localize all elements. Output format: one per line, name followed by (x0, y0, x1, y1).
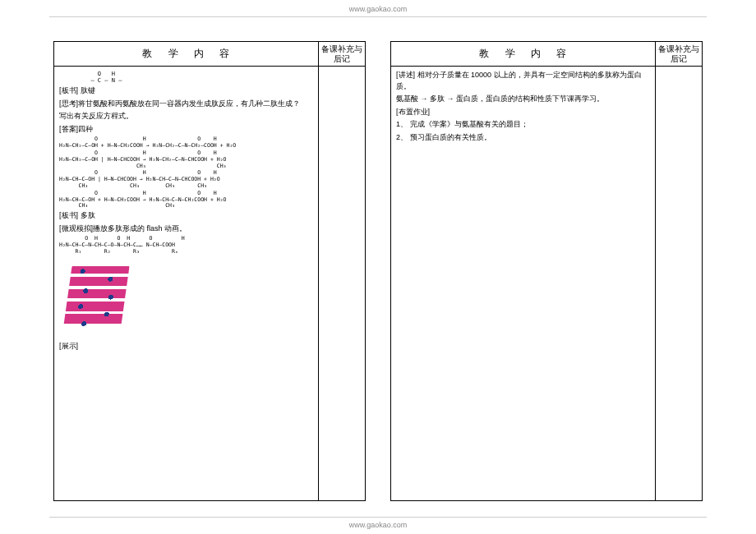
text-lecture: [讲述] 相对分子质量在 10000 以上的，并具有一定空间结构的多肽称为蛋白质… (396, 70, 650, 92)
text-display: [展示] (59, 341, 313, 352)
text-homework-header: [布置作业] (396, 107, 650, 118)
note-header-label-r: 备课补充与后记 (656, 42, 702, 66)
left-content: O H — C — N — [板书] 肽键 [思考]将甘氨酸和丙氨酸放在同一容器… (54, 67, 319, 500)
right-notes-column (656, 67, 702, 500)
display-row (59, 256, 313, 341)
peptide-bond-structure: O H — C — N — (84, 71, 313, 84)
protein-helix-image (62, 260, 130, 338)
page-right: 教 学 内 容 备课补充与后记 [讲述] 相对分子质量在 10000 以上的，并… (390, 41, 703, 501)
right-content: [讲述] 相对分子质量在 10000 以上的，并具有一定空间结构的多肽称为蛋白质… (391, 67, 656, 500)
equation-2: O H O H H₂N—CH₂—C—OH | H—N—CHCOOH → H₂N—… (59, 150, 313, 169)
content-header-label: 教 学 内 容 (54, 42, 319, 66)
text-amino-chain: 氨基酸 → 多肽 → 蛋白质，蛋白质的结构和性质下节课再学习。 (396, 94, 650, 105)
page-right-header: 教 学 内 容 备课补充与后记 (391, 42, 702, 67)
text-thinking: [思考]将甘氨酸和丙氨酸放在同一容器内发生成肽反应，有几种二肽生成？ (59, 99, 313, 110)
content-header-label-r: 教 学 内 容 (391, 42, 656, 66)
equation-1: O H O H H₂N—CH₂—C—OH + H—N—CH₂COOH → H₂N… (59, 136, 313, 150)
left-notes-column (319, 67, 365, 500)
text-thinking-2: 写出有关反应方程式。 (59, 111, 313, 122)
text-homework-2: 2、 预习蛋白质的有关性质。 (396, 132, 650, 144)
text-homework-1: 1、 完成《学案》与氨基酸有关的题目； (396, 119, 650, 131)
text-answer: [答案]四种 (59, 124, 313, 136)
polypeptide-structure: O H O H O H H₂N—CH—C—N—CH—C—O—N—CH—C…… N… (59, 236, 313, 255)
note-header-label: 备课补充与后记 (319, 42, 365, 66)
page-left-body: O H — C — N — [板书] 肽键 [思考]将甘氨酸和丙氨酸放在同一容器… (54, 67, 365, 500)
text-micro-sim: [微观模拟]播放多肽形成的 flash 动画。 (59, 223, 313, 235)
page-right-body: [讲述] 相对分子质量在 10000 以上的，并具有一定空间结构的多肽称为蛋白质… (391, 67, 702, 500)
equation-3: O H O H H₂N—CH—C—OH | H—N—CHCOOH → H₂N—C… (59, 170, 313, 189)
page-left: 教 学 内 容 备课补充与后记 O H — C — N — [板书] 肽键 [思… (53, 41, 366, 501)
top-divider (49, 16, 707, 17)
text-banshu-polypeptide: [板书] 多肽 (59, 210, 313, 222)
bottom-divider (49, 517, 707, 518)
text-banshu-peptide: [板书] 肽键 (59, 85, 313, 97)
equation-4: O H O H H₂N—CH—C—OH + H—N—CH₂COOH → H₂N—… (59, 191, 313, 209)
footer-url: www.gaokao.com (349, 521, 408, 529)
pages-container: 教 学 内 容 备课补充与后记 O H — C — N — [板书] 肽键 [思… (53, 41, 703, 501)
page-left-header: 教 学 内 容 备课补充与后记 (54, 42, 365, 67)
header-url: www.gaokao.com (349, 5, 408, 13)
